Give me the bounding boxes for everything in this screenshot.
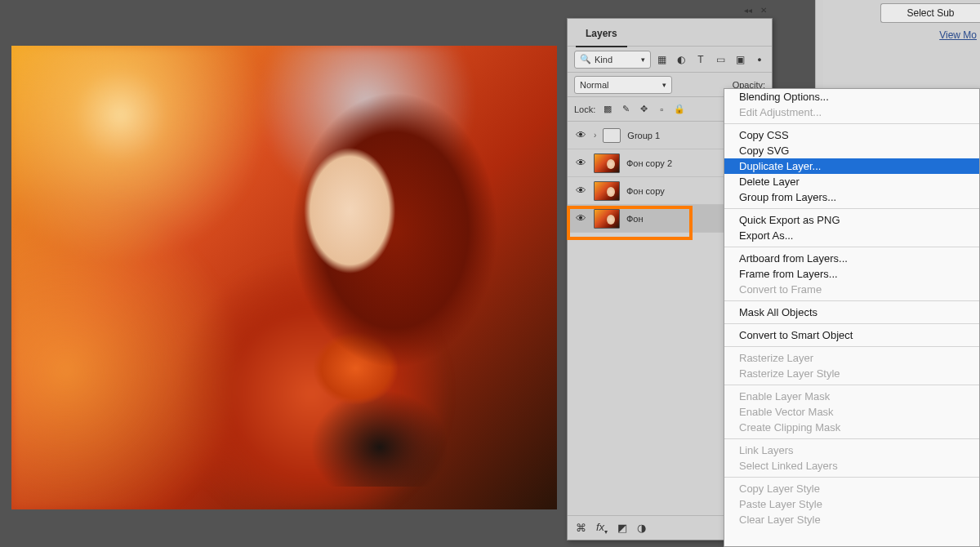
expand-chevron-icon[interactable]: › [594, 131, 596, 140]
select-subject-button[interactable]: Select Sub [880, 3, 980, 23]
visibility-toggle[interactable]: 👁 [574, 129, 587, 141]
menu-separator [724, 123, 979, 124]
adjustment-icon[interactable]: ◑ [637, 522, 646, 534]
layer-thumbnail[interactable] [594, 153, 620, 173]
menu-item[interactable]: Quick Export as PNG [724, 212, 979, 228]
filter-shape-icon[interactable]: ▭ [715, 54, 726, 65]
visibility-toggle[interactable]: 👁 [574, 212, 587, 225]
layer-name[interactable]: Фон [626, 214, 644, 224]
panel-tabs: Layers [568, 19, 772, 47]
menu-item: Rasterize Layer [724, 350, 979, 366]
menu-item[interactable]: Copy CSS [724, 127, 979, 143]
menu-separator [724, 300, 979, 301]
close-icon[interactable]: ✕ [760, 6, 767, 15]
layer-thumbnail[interactable] [594, 209, 620, 229]
menu-separator [724, 385, 979, 385]
menu-item[interactable]: Group from Layers... [724, 189, 979, 205]
canvas-image [229, 92, 529, 487]
menu-item[interactable]: Duplicate Layer... [724, 158, 979, 174]
menu-item: Paste Layer Style [724, 496, 979, 512]
menu-item: Link Layers [724, 442, 979, 458]
fx-icon[interactable]: fx▾ [596, 521, 608, 536]
lock-all-icon[interactable]: 🔒 [674, 104, 685, 115]
filter-adjust-icon[interactable]: ◐ [675, 54, 687, 65]
menu-item: Rasterize Layer Style [724, 366, 979, 381]
lock-artboard-icon[interactable]: ▫ [656, 104, 667, 115]
layer-name[interactable]: Фон copy [626, 186, 665, 196]
search-icon: 🔍 [580, 54, 591, 64]
menu-separator [724, 477, 979, 478]
menu-item[interactable]: Delete Layer [724, 174, 979, 189]
filter-smart-icon[interactable]: ▣ [734, 54, 746, 65]
blend-mode-value: Normal [580, 80, 608, 90]
menu-item: Clear Layer Style [724, 512, 979, 527]
mask-icon[interactable]: ◩ [617, 522, 627, 534]
menu-separator [724, 247, 979, 247]
filter-type-icon[interactable]: T [695, 54, 706, 65]
menu-item: Enable Layer Mask [724, 389, 979, 404]
lock-transparency-icon[interactable]: ▩ [602, 104, 613, 115]
visibility-toggle[interactable]: 👁 [574, 157, 587, 169]
lock-label: Lock: [574, 105, 595, 114]
layer-name[interactable]: Фон copy 2 [626, 158, 672, 168]
menu-item[interactable]: Export As... [724, 228, 979, 243]
visibility-toggle[interactable]: 👁 [574, 185, 587, 197]
menu-item[interactable]: Copy SVG [724, 143, 979, 158]
menu-item[interactable]: Convert to Smart Object [724, 327, 979, 343]
link-layers-icon[interactable]: ⌘ [576, 522, 586, 534]
blend-mode-select[interactable]: Normal ▾ [574, 76, 672, 94]
layer-context-menu: Blending Options...Edit Adjustment...Cop… [724, 88, 980, 547]
menu-separator [724, 438, 979, 439]
folder-icon [603, 128, 621, 143]
menu-item[interactable]: Blending Options... [724, 89, 979, 105]
layer-thumbnail[interactable] [594, 181, 620, 201]
menu-item[interactable]: Mask All Objects [724, 305, 979, 320]
menu-item: Enable Vector Mask [724, 404, 979, 420]
menu-separator [724, 346, 979, 347]
collapse-icon[interactable]: ◂◂ [744, 6, 752, 15]
menu-item: Select Linked Layers [724, 458, 979, 474]
left-edge [0, 0, 11, 547]
chevron-down-icon: ▾ [662, 81, 666, 89]
lock-position-icon[interactable]: ✥ [638, 104, 649, 115]
menu-separator [724, 323, 979, 324]
filter-kind-select[interactable]: 🔍 Kind ▾ [574, 51, 651, 69]
layer-name[interactable]: Group 1 [627, 131, 660, 140]
chevron-down-icon: ▾ [641, 56, 645, 64]
filter-pixel-icon[interactable]: ▦ [656, 54, 667, 65]
filter-kind-label: Kind [595, 55, 612, 64]
menu-item: Edit Adjustment... [724, 105, 979, 120]
menu-item: Convert to Frame [724, 282, 979, 297]
menu-item[interactable]: Artboard from Layers... [724, 251, 979, 266]
tab-layers[interactable]: Layers [576, 23, 627, 47]
view-more-link[interactable]: View Mo [939, 29, 980, 41]
menu-item: Copy Layer Style [724, 481, 979, 496]
layer-filter-row: 🔍 Kind ▾ ▦ ◐ T ▭ ▣ ● [568, 47, 772, 73]
menu-item[interactable]: Frame from Layers... [724, 266, 979, 282]
filter-toggle-icon[interactable]: ● [754, 54, 765, 65]
menu-separator [724, 208, 979, 209]
menu-item: Create Clipping Mask [724, 420, 979, 435]
document-canvas[interactable] [11, 46, 557, 509]
lock-brush-icon[interactable]: ✎ [620, 104, 631, 115]
